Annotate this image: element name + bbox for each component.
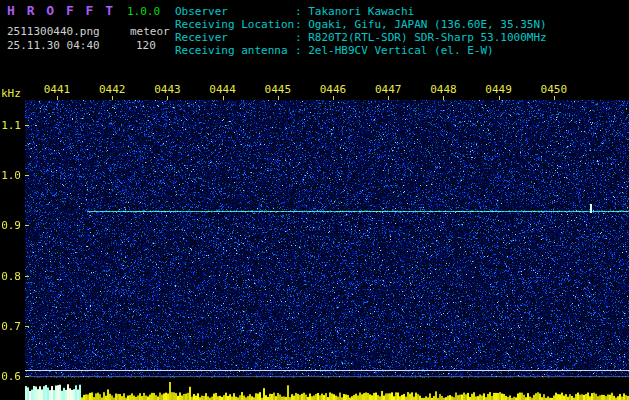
freq-axis-label: 0.6 bbox=[0, 370, 21, 383]
app-version: 1.0.0 bbox=[127, 5, 160, 18]
time-axis-tick bbox=[278, 96, 279, 100]
info-value: : 2el-HB9CV Vertical (el. E-W) bbox=[295, 44, 494, 57]
info-label: Receiving antenna bbox=[175, 44, 295, 57]
time-axis-tick bbox=[333, 96, 334, 100]
time-axis-label: 0448 bbox=[430, 83, 457, 96]
time-axis-tick bbox=[57, 96, 58, 100]
freq-axis-tick bbox=[25, 326, 29, 327]
info-row: Receiving antenna: 2el-HB9CV Vertical (e… bbox=[175, 44, 547, 57]
freq-axis-tick bbox=[25, 276, 29, 277]
receiver-info: Observer: Takanori KawachiReceiving Loca… bbox=[175, 5, 547, 57]
info-row: Receiving Location: Ogaki, Gifu, JAPAN (… bbox=[175, 18, 547, 31]
freq-axis-label: 0.8 bbox=[0, 270, 21, 283]
time-axis-label: 0441 bbox=[44, 83, 71, 96]
info-value: : Ogaki, Gifu, JAPAN (136.60E, 35.35N) bbox=[295, 18, 547, 31]
time-axis-label: 0443 bbox=[154, 83, 181, 96]
time-axis-label: 0442 bbox=[99, 83, 126, 96]
time-axis-label: 0450 bbox=[541, 83, 568, 96]
app-title: H R O F F T bbox=[7, 3, 115, 18]
y-axis-unit-label: kHz bbox=[1, 87, 21, 100]
time-axis-label: 0445 bbox=[265, 83, 292, 96]
time-axis-label: 0444 bbox=[209, 83, 236, 96]
mode-label: meteor bbox=[130, 25, 170, 38]
info-label: Receiving Location bbox=[175, 18, 295, 31]
info-row: Observer: Takanori Kawachi bbox=[175, 5, 547, 18]
duration-value: 120 bbox=[136, 39, 156, 52]
time-axis-label: 0446 bbox=[320, 83, 347, 96]
time-axis-tick bbox=[388, 96, 389, 100]
time-axis-tick bbox=[167, 96, 168, 100]
freq-axis-tick bbox=[25, 125, 29, 126]
time-axis-label: 0447 bbox=[375, 83, 402, 96]
freq-axis-label: 1.0 bbox=[0, 169, 21, 182]
time-axis-tick bbox=[223, 96, 224, 100]
freq-axis-tick bbox=[25, 225, 29, 226]
freq-axis-tick bbox=[25, 376, 29, 377]
spectrogram-canvas bbox=[25, 100, 629, 378]
hrofft-screen: H R O F F T 1.0.0 2511300440.png meteor … bbox=[0, 0, 629, 400]
output-file-name: 2511300440.png bbox=[7, 25, 100, 38]
info-value: : Takanori Kawachi bbox=[295, 5, 414, 18]
info-value: : R820T2(RTL-SDR) SDR-Sharp 53.1000MHz bbox=[295, 31, 547, 44]
info-label: Receiver bbox=[175, 31, 295, 44]
observation-start-time: 25.11.30 04:40 bbox=[7, 39, 100, 52]
freq-axis-label: 0.9 bbox=[0, 219, 21, 232]
freq-axis-label: 1.1 bbox=[0, 119, 21, 132]
info-label: Observer bbox=[175, 5, 295, 18]
time-axis-tick bbox=[112, 96, 113, 100]
time-axis-tick bbox=[443, 96, 444, 100]
signal-level-strip-canvas bbox=[25, 380, 629, 400]
time-axis-tick bbox=[499, 96, 500, 100]
info-row: Receiver: R820T2(RTL-SDR) SDR-Sharp 53.1… bbox=[175, 31, 547, 44]
freq-axis-tick bbox=[25, 175, 29, 176]
freq-axis-label: 0.7 bbox=[0, 320, 21, 333]
time-axis-label: 0449 bbox=[485, 83, 512, 96]
time-axis-tick bbox=[554, 96, 555, 100]
